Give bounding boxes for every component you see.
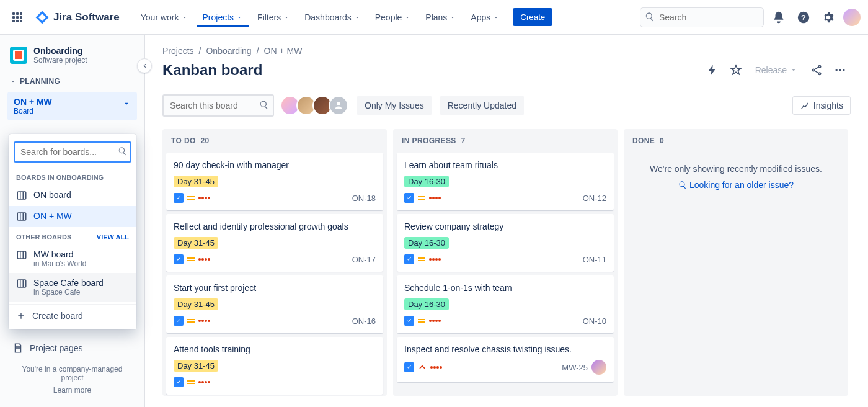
- sidebar-section-planning[interactable]: PLANNING: [6, 73, 138, 89]
- board-search-input[interactable]: [14, 141, 131, 163]
- global-search-input[interactable]: [640, 7, 764, 27]
- task-type-icon: [404, 316, 414, 326]
- only-my-issues-button[interactable]: Only My Issues: [357, 96, 432, 115]
- column-to-do: TO DO 2090 day check-in with managerDay …: [162, 129, 387, 396]
- column-done: DONE 0We're only showing recently modifi…: [624, 129, 848, 396]
- nav-item-dashboards[interactable]: Dashboards: [298, 7, 366, 27]
- notifications-icon[interactable]: [769, 7, 789, 27]
- card-footer: ON-18: [174, 193, 376, 203]
- card-title: Reflect and identify professional growth…: [174, 221, 376, 231]
- issue-card[interactable]: Review company strategyDay 16-30ON-11: [397, 214, 614, 272]
- issue-card[interactable]: Attend tools trainingDay 31-45: [166, 337, 383, 395]
- breadcrumb-link[interactable]: Onboarding: [206, 46, 251, 56]
- release-button[interactable]: Release: [749, 61, 804, 79]
- svg-rect-3: [17, 213, 26, 220]
- board-option[interactable]: Space Cafe boardin Space Cafe: [9, 273, 136, 302]
- nav-item-projects[interactable]: Projects: [197, 7, 249, 27]
- board-filter-input[interactable]: [162, 94, 274, 117]
- project-name: Onboarding: [33, 46, 87, 56]
- column-in-progress: IN PROGRESS 7Learn about team ritualsDay…: [393, 129, 618, 396]
- issue-key: MW-25: [562, 363, 588, 372]
- board-selector[interactable]: ON + MW Board: [7, 92, 137, 120]
- settings-icon[interactable]: [818, 7, 838, 27]
- card-footer: MW-25: [404, 360, 606, 375]
- column-header: DONE 0: [624, 129, 848, 153]
- assignee-avatar[interactable]: [591, 360, 606, 375]
- project-header[interactable]: Onboarding Software project: [6, 46, 138, 73]
- story-points-icon: [198, 258, 210, 261]
- issue-card[interactable]: Schedule 1-on-1s with teamDay 16-30ON-10: [397, 275, 614, 333]
- issue-key: ON-18: [352, 194, 376, 203]
- assignee-filter-avatars[interactable]: [284, 96, 348, 115]
- page-icon: [12, 342, 24, 354]
- automation-icon[interactable]: [702, 60, 723, 81]
- share-icon[interactable]: [806, 60, 827, 81]
- nav-item-filters[interactable]: Filters: [251, 7, 296, 27]
- more-actions-icon[interactable]: [830, 60, 851, 81]
- nav-item-apps[interactable]: Apps: [464, 7, 505, 27]
- board-filter-search[interactable]: [162, 94, 274, 117]
- priority-medium-icon: [418, 319, 425, 323]
- task-type-icon: [174, 193, 184, 203]
- issue-key: ON-12: [583, 194, 606, 203]
- issue-card[interactable]: Inspect and resolve chassis twisting iss…: [397, 337, 614, 382]
- breadcrumb-link[interactable]: Projects: [162, 46, 194, 56]
- board-controls: Only My Issues Recently Updated Insights: [162, 94, 851, 117]
- help-icon[interactable]: ?: [794, 7, 813, 27]
- issue-card[interactable]: Learn about team ritualsDay 16-30ON-12: [397, 153, 614, 210]
- svg-text:?: ?: [801, 12, 806, 22]
- project-avatar-icon: [10, 47, 27, 64]
- card-title: Start your first project: [174, 283, 376, 293]
- nav-item-your-work[interactable]: Your work: [135, 7, 194, 27]
- sidebar-collapse-button[interactable]: [137, 58, 152, 73]
- create-board-button[interactable]: Create board: [9, 304, 136, 327]
- issue-key: ON-17: [352, 255, 376, 264]
- chevron-left-icon: [141, 62, 148, 69]
- issue-card[interactable]: 90 day check-in with managerDay 31-45ON-…: [166, 153, 383, 210]
- page-title: Kanban board: [162, 61, 262, 79]
- star-icon[interactable]: [725, 60, 746, 81]
- priority-medium-icon: [187, 380, 195, 384]
- sidebar-item-project-pages[interactable]: Project pages: [6, 338, 138, 359]
- board-option[interactable]: ON + MW: [9, 206, 136, 227]
- breadcrumb-link[interactable]: ON + MW: [264, 46, 303, 56]
- card-footer: [174, 377, 376, 387]
- product-logo[interactable]: Jira Software: [30, 10, 125, 25]
- board-group-project-header: BOARDS IN ONBOARDING: [9, 168, 136, 185]
- view-all-link[interactable]: VIEW ALL: [97, 233, 129, 241]
- issue-card[interactable]: Reflect and identify professional growth…: [166, 214, 383, 272]
- board-option[interactable]: ON board: [9, 185, 136, 206]
- create-button[interactable]: Create: [513, 8, 552, 26]
- plus-icon: [16, 311, 26, 321]
- priority-medium-icon: [418, 257, 425, 261]
- board-icon: [16, 278, 27, 289]
- global-search[interactable]: [640, 7, 764, 27]
- insights-button[interactable]: Insights: [792, 96, 851, 115]
- card-title: Schedule 1-on-1s with team: [404, 283, 606, 293]
- older-issue-link[interactable]: Looking for an older issue?: [678, 180, 794, 190]
- board-option[interactable]: MW boardin Mario's World: [9, 244, 136, 273]
- issue-card[interactable]: Start your first projectDay 31-45ON-16: [166, 275, 383, 333]
- card-footer: ON-11: [404, 254, 606, 264]
- nav-item-people[interactable]: People: [369, 7, 417, 27]
- search-icon: [118, 146, 127, 156]
- priority-medium-icon: [187, 257, 195, 261]
- user-avatar[interactable]: [843, 9, 861, 26]
- unassigned-avatar-icon[interactable]: [329, 96, 348, 115]
- nav-item-plans[interactable]: Plans: [419, 7, 462, 27]
- sidebar-footer: You're in a company-managed project Lear…: [6, 359, 138, 401]
- story-points-icon: [429, 320, 441, 322]
- card-label: Day 31-45: [174, 176, 218, 187]
- svg-rect-2: [17, 192, 26, 199]
- card-footer: ON-12: [404, 193, 606, 203]
- search-icon: [259, 100, 269, 110]
- insights-icon: [800, 101, 810, 110]
- breadcrumb: Projects/Onboarding/ON + MW: [162, 46, 851, 56]
- card-label: Day 16-30: [404, 176, 449, 187]
- task-type-icon: [174, 316, 184, 326]
- recently-updated-button[interactable]: Recently Updated: [440, 96, 524, 115]
- svg-point-6: [836, 69, 838, 71]
- app-switcher-icon[interactable]: [7, 7, 27, 27]
- learn-more-link[interactable]: Learn more: [10, 386, 135, 395]
- priority-medium-icon: [418, 196, 425, 200]
